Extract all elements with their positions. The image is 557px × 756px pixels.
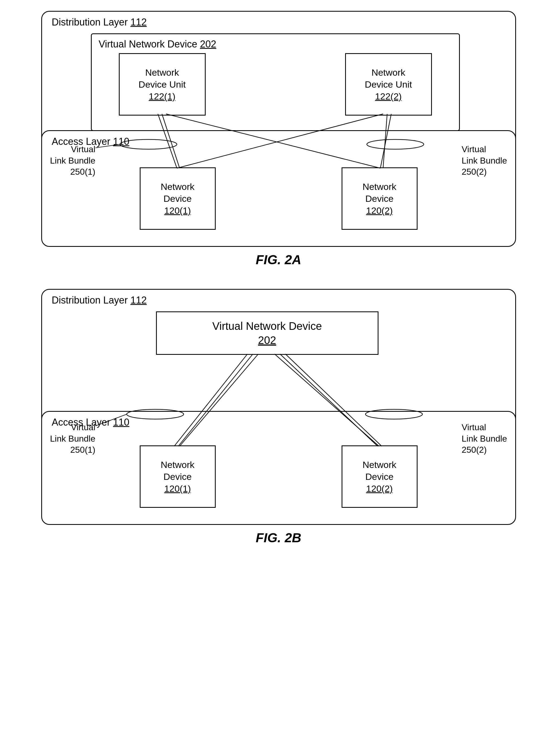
fig2a-dist-layer-label: Distribution Layer 112 bbox=[50, 17, 148, 28]
fig2a-diagram: Distribution Layer 112 Virtual Network D… bbox=[34, 11, 523, 267]
fig2a-vnd-box: Virtual Network Device 202 Network Devic… bbox=[91, 33, 460, 131]
fig2b-nd2-box: Network Device 120(2) bbox=[342, 445, 417, 508]
fig2b-diagram: Distribution Layer 112 Virtual Network D… bbox=[34, 289, 523, 545]
fig2a-label: FIG. 2A bbox=[256, 252, 301, 267]
fig2a-vnd-label: Virtual Network Device 202 bbox=[97, 38, 218, 50]
fig2b-access-layer-box: Access Layer 110 Network Device 120(1) N… bbox=[41, 411, 516, 525]
fig2a-ndu2-box: Network Device Unit 122(2) bbox=[345, 53, 432, 116]
page-container: Distribution Layer 112 Virtual Network D… bbox=[16, 11, 541, 545]
fig2a-vlb-right-label: Virtual Link Bundle 250(2) bbox=[462, 144, 510, 178]
fig2b-vnd-box: Virtual Network Device 202 bbox=[156, 311, 379, 355]
fig2a-nd1-box: Network Device 120(1) bbox=[140, 168, 216, 230]
fig2b-nd1-box: Network Device 120(1) bbox=[140, 445, 216, 508]
fig2b-vlb-left-label: Virtual Link Bundle 250(1) bbox=[47, 422, 95, 456]
fig2b-dist-layer-label: Distribution Layer 112 bbox=[50, 295, 148, 306]
fig2a-nd2-box: Network Device 120(2) bbox=[342, 168, 417, 230]
fig2a-ndu1-box: Network Device Unit 122(1) bbox=[119, 53, 206, 116]
fig2a-vlb-left-label: Virtual Link Bundle 250(1) bbox=[47, 144, 95, 178]
fig2b-label: FIG. 2B bbox=[256, 530, 301, 545]
fig2b-vlb-right-label: Virtual Link Bundle 250(2) bbox=[462, 422, 510, 456]
fig2a-access-layer-box: Access Layer 110 Network Device 120(1) N… bbox=[41, 130, 516, 247]
